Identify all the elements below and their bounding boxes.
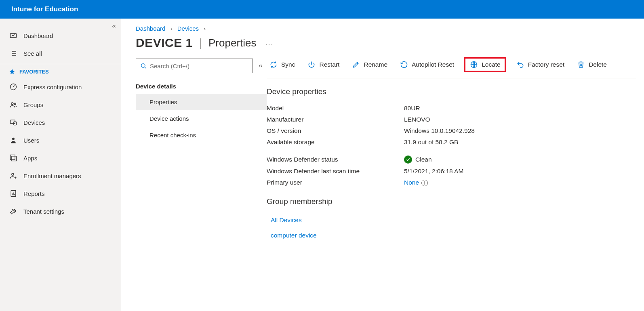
svg-point-11 bbox=[141, 64, 145, 67]
sidebar-item-label: Groups bbox=[23, 101, 43, 108]
dashboard-icon bbox=[9, 31, 18, 40]
sidebar-item-label: See all bbox=[23, 50, 42, 57]
sidebar-item-label: Devices bbox=[23, 119, 45, 126]
sidebar-item-express[interactable]: Express configuration bbox=[0, 78, 121, 96]
group-link-computer-device[interactable]: computer device bbox=[267, 228, 644, 243]
delete-button[interactable]: Delete bbox=[574, 59, 609, 71]
sidebar-item-reports[interactable]: Reports bbox=[0, 185, 121, 202]
trash-icon bbox=[577, 60, 585, 69]
sidebar-item-apps[interactable]: Apps bbox=[0, 149, 121, 167]
autopilot-reset-button[interactable]: Autopilot Reset bbox=[397, 59, 457, 71]
reset-icon bbox=[400, 60, 408, 69]
sync-icon bbox=[269, 60, 278, 69]
device-properties-header: Device properties bbox=[267, 87, 644, 96]
sidebar-item-label: Reports bbox=[23, 190, 45, 197]
device-subnav: Device details Properties Device actions… bbox=[121, 57, 267, 311]
subnav-properties[interactable]: Properties bbox=[136, 94, 267, 110]
app-title: Intune for Education bbox=[11, 5, 78, 13]
svg-point-3 bbox=[14, 103, 16, 105]
sidebar-item-enrollment[interactable]: Enrollment managers bbox=[0, 167, 121, 185]
sidebar: Dashboard See all FAVORITES Express conf… bbox=[0, 19, 121, 311]
breadcrumb: Dashboard › Devices › bbox=[121, 19, 644, 34]
restart-button[interactable]: Restart bbox=[305, 59, 342, 71]
svg-rect-8 bbox=[12, 156, 17, 161]
sidebar-item-label: Express configuration bbox=[23, 84, 82, 90]
list-icon bbox=[9, 49, 18, 58]
breadcrumb-dashboard[interactable]: Dashboard bbox=[136, 25, 165, 32]
sidebar-item-groups[interactable]: Groups bbox=[0, 96, 121, 113]
svg-point-2 bbox=[11, 103, 13, 105]
prop-model: Model80UR bbox=[267, 103, 644, 114]
more-icon[interactable]: ... bbox=[263, 39, 274, 47]
primary-user-link[interactable]: None bbox=[404, 179, 419, 186]
pencil-icon bbox=[351, 60, 360, 69]
page-title: DEVICE 1 | Properties ... bbox=[121, 34, 644, 57]
subnav-device-actions[interactable]: Device actions bbox=[136, 110, 267, 127]
factory-reset-button[interactable]: Factory reset bbox=[514, 59, 567, 71]
devices-icon bbox=[9, 118, 18, 127]
apps-icon bbox=[9, 153, 18, 162]
breadcrumb-devices[interactable]: Devices bbox=[177, 25, 199, 32]
sidebar-item-label: Tenant settings bbox=[23, 208, 64, 215]
top-bar: Intune for Education bbox=[0, 0, 644, 19]
star-icon bbox=[9, 68, 15, 75]
groups-icon bbox=[9, 100, 18, 109]
search-icon bbox=[140, 63, 147, 69]
svg-point-9 bbox=[12, 173, 14, 175]
wrench-icon bbox=[9, 207, 18, 216]
collapse-subnav-icon[interactable] bbox=[258, 63, 263, 69]
globe-icon bbox=[469, 60, 478, 69]
subnav-header: Device details bbox=[136, 83, 267, 90]
group-link-all-devices[interactable]: All Devices bbox=[267, 212, 644, 228]
prop-manufacturer: ManufacturerLENOVO bbox=[267, 114, 644, 125]
check-icon bbox=[404, 156, 412, 164]
locate-button[interactable]: Locate bbox=[464, 57, 506, 72]
sidebar-item-label: Apps bbox=[23, 155, 37, 162]
sync-button[interactable]: Sync bbox=[267, 59, 297, 71]
prop-defender-status: Windows Defender status Clean bbox=[267, 153, 644, 166]
prop-storage: Available storage31.9 out of 58.2 GB bbox=[267, 137, 644, 148]
chevron-right-icon: › bbox=[167, 25, 176, 32]
sidebar-item-users[interactable]: Users bbox=[0, 131, 121, 149]
user-icon bbox=[9, 136, 18, 145]
sidebar-item-dashboard[interactable]: Dashboard bbox=[0, 27, 121, 44]
group-membership-header: Group membership bbox=[267, 197, 644, 206]
prop-os: OS / versionWindows 10.0.19042.928 bbox=[267, 125, 644, 137]
sidebar-item-label: Users bbox=[23, 137, 39, 144]
toolbar: Sync Restart Rename Autopilot Reset bbox=[267, 57, 636, 78]
power-icon bbox=[307, 60, 316, 69]
svg-rect-7 bbox=[11, 155, 15, 160]
reports-icon bbox=[9, 189, 18, 198]
rename-button[interactable]: Rename bbox=[349, 59, 390, 71]
enroll-icon bbox=[9, 171, 18, 180]
subnav-recent-checkins[interactable]: Recent check-ins bbox=[136, 127, 267, 143]
chevron-right-icon: › bbox=[200, 25, 209, 32]
sidebar-item-label: Dashboard bbox=[23, 32, 53, 39]
search-input[interactable] bbox=[136, 59, 253, 73]
prop-primary-user: Primary user Nonei bbox=[267, 177, 644, 188]
collapse-sidebar-icon[interactable] bbox=[111, 23, 117, 29]
info-icon[interactable]: i bbox=[421, 180, 428, 186]
favorites-header: FAVORITES bbox=[0, 64, 121, 78]
gauge-icon bbox=[9, 82, 18, 91]
sidebar-item-label: Enrollment managers bbox=[23, 172, 81, 179]
sidebar-item-tenant[interactable]: Tenant settings bbox=[0, 202, 121, 220]
sidebar-item-devices[interactable]: Devices bbox=[0, 113, 121, 131]
prop-defender-scan: Windows Defender last scan time5/1/2021,… bbox=[267, 166, 644, 177]
sidebar-item-seeall[interactable]: See all bbox=[0, 44, 121, 62]
undo-icon bbox=[516, 60, 525, 69]
svg-point-6 bbox=[12, 138, 15, 140]
